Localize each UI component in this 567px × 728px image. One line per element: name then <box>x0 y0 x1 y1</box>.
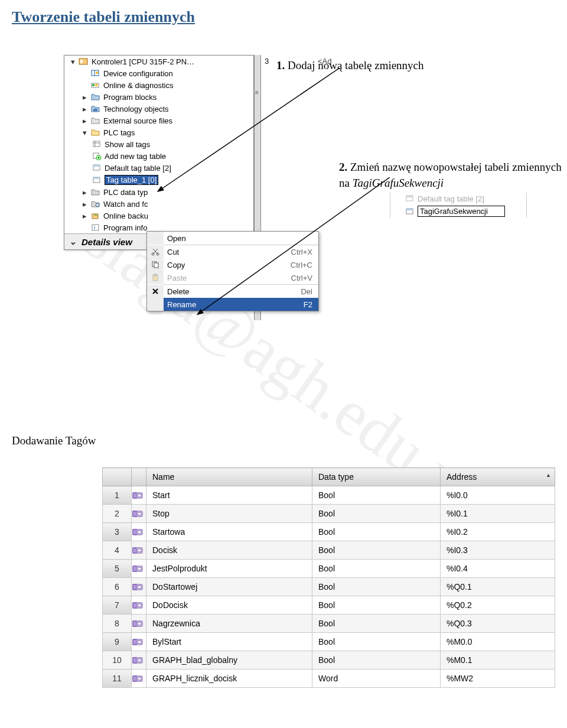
cell-address[interactable]: %I0.4 <box>440 560 555 578</box>
cell-datatype[interactable]: Bool <box>312 541 441 560</box>
table-row[interactable]: 7DoDociskBool%Q0.2 <box>103 596 555 615</box>
cell-name[interactable]: BylStart <box>146 633 312 651</box>
svg-rect-8 <box>93 109 97 111</box>
tree-item-ext-source[interactable]: ▸ External source files <box>64 115 253 126</box>
expand-arrow-icon[interactable]: ▸ <box>81 93 88 102</box>
cell-name[interactable]: DoDocisk <box>146 596 312 615</box>
table-row[interactable]: 9BylStartBool%M0.0 <box>103 633 555 651</box>
cell-address[interactable]: %MW2 <box>440 670 555 688</box>
row-number: 5 <box>103 560 132 578</box>
cell-datatype[interactable]: Bool <box>312 486 441 505</box>
tree-item-tech-objects[interactable]: ▸ Technology objects <box>64 103 253 115</box>
cell-name[interactable]: Start <box>146 486 312 505</box>
tag-table-icon <box>92 163 102 173</box>
cell-datatype[interactable]: Bool <box>312 615 441 633</box>
cell-datatype[interactable]: Bool <box>312 505 441 523</box>
cell-datatype[interactable]: Bool <box>312 523 441 541</box>
expand-arrow-icon[interactable]: ▸ <box>81 200 88 209</box>
menu-item-copy[interactable]: Copy Ctrl+C <box>147 258 318 271</box>
table-header-name[interactable]: Name <box>146 468 312 486</box>
cell-name[interactable]: Docisk <box>146 541 312 560</box>
add-icon <box>92 151 102 161</box>
tree-item-online-diag[interactable]: Online & diagnostics <box>64 79 253 91</box>
cell-address[interactable]: %I0.2 <box>440 523 555 541</box>
tree-item-default-tag-table[interactable]: Default tag table [2] <box>64 162 253 174</box>
cell-name[interactable]: Stop <box>146 505 312 523</box>
menu-label: Delete <box>164 285 275 298</box>
tree-item-add-new-tag-table[interactable]: Add new tag table <box>64 150 253 162</box>
device-config-icon <box>90 69 101 78</box>
table-header-icon[interactable] <box>132 468 146 486</box>
tree-item-plc-data-types[interactable]: ▸ PLC data typ <box>64 186 253 198</box>
table-row[interactable]: 11GRAPH_licznik_dociskWord%MW2 <box>103 670 555 688</box>
table-row[interactable]: 6DoStartowejBool%Q0.1 <box>103 578 555 596</box>
expand-arrow-icon[interactable]: ▸ <box>81 188 88 197</box>
table-row[interactable]: 3StartowaBool%I0.2 <box>103 523 555 541</box>
tree-item-selected-tag-table[interactable]: Tag table_1 [0] <box>64 174 253 186</box>
tree-item-editing[interactable] <box>390 204 526 218</box>
cell-address[interactable]: %Q0.1 <box>440 578 555 596</box>
cell-datatype[interactable]: Bool <box>312 596 441 615</box>
tree-root[interactable]: ▾ Kontroler1 [CPU 315F-2 PN… <box>64 56 253 67</box>
row-number: 2 <box>103 505 132 523</box>
menu-item-open[interactable]: Open <box>147 232 318 245</box>
tree-item-show-all-tags[interactable]: Show all tags <box>64 138 253 150</box>
cell-datatype[interactable]: Bool <box>312 633 441 651</box>
svg-rect-54 <box>133 584 136 590</box>
tree-item-program-blocks[interactable]: ▸ Program blocks <box>64 91 253 103</box>
chevron-down-icon[interactable]: ⌄ <box>69 236 77 247</box>
cell-datatype[interactable]: Bool <box>312 578 441 596</box>
tree-item-default-tag-table[interactable]: Default tag table [2] <box>390 193 526 204</box>
tag-icon <box>132 596 146 615</box>
svg-rect-66 <box>133 658 136 663</box>
tag-table: Name Data type Address▴ 1StartBool%I0.02… <box>102 467 555 688</box>
expand-arrow-icon[interactable]: ▸ <box>81 105 88 113</box>
cell-address[interactable]: %I0.1 <box>440 505 555 523</box>
cell-address[interactable]: %Q0.3 <box>440 615 555 633</box>
cell-datatype[interactable]: Bool <box>312 560 441 578</box>
menu-label: Paste <box>164 271 275 284</box>
cell-address[interactable]: %M0.0 <box>440 633 555 651</box>
tree-item-online-backup[interactable]: ▸ Online backu <box>64 210 253 222</box>
step1-number: 1. <box>276 59 285 72</box>
table-row[interactable]: 8NagrzewnicaBool%Q0.3 <box>103 615 555 633</box>
tag-icon <box>132 578 146 596</box>
cell-name[interactable]: Startowa <box>146 523 312 541</box>
cell-name[interactable]: Nagrzewnica <box>146 615 312 633</box>
sort-asc-icon[interactable]: ▴ <box>547 472 550 478</box>
cell-name[interactable]: JestPolprodukt <box>146 560 312 578</box>
table-row[interactable]: 5JestPolproduktBool%I0.4 <box>103 560 555 578</box>
cell-address[interactable]: %I0.0 <box>440 486 555 505</box>
cell-address[interactable]: %I0.3 <box>440 541 555 560</box>
cell-datatype[interactable]: Bool <box>312 651 441 670</box>
tag-table-rename-input[interactable] <box>418 206 505 217</box>
table-row[interactable]: 1StartBool%I0.0 <box>103 486 555 505</box>
cell-address[interactable]: %M0.1 <box>440 651 555 670</box>
expand-arrow-icon[interactable]: ▸ <box>81 212 88 220</box>
tree-item-plc-tags[interactable]: ▾ PLC tags <box>64 126 253 138</box>
grid-row-number: 3 <box>265 57 269 66</box>
expand-arrow-icon[interactable]: ▸ <box>81 116 88 125</box>
table-row[interactable]: 10GRAPH_blad_globalnyBool%M0.1 <box>103 651 555 670</box>
tree-item-watch-force[interactable]: ▸ Watch and fc <box>64 198 253 210</box>
tree-item-device-config[interactable]: Device configuration <box>64 67 253 79</box>
cell-name[interactable]: DoStartowej <box>146 578 312 596</box>
cell-datatype[interactable]: Word <box>312 670 441 688</box>
collapse-arrow-icon[interactable]: ▾ <box>81 128 88 137</box>
cell-address[interactable]: %Q0.2 <box>440 596 555 615</box>
menu-item-rename[interactable]: Rename F2 <box>147 298 318 311</box>
table-header-rownum[interactable] <box>103 468 132 486</box>
table-row[interactable]: 2StopBool%I0.1 <box>103 505 555 523</box>
cell-name[interactable]: GRAPH_licznik_docisk <box>146 670 312 688</box>
table-header-address[interactable]: Address▴ <box>440 468 555 486</box>
menu-item-cut[interactable]: Cut Ctrl+X <box>147 245 318 258</box>
tree-item-label: PLC tags <box>103 128 135 137</box>
menu-icon-blank <box>147 298 164 311</box>
menu-item-paste: Paste Ctrl+V <box>147 271 318 284</box>
table-row[interactable]: 4DociskBool%I0.3 <box>103 541 555 560</box>
tag-table-name-editing[interactable]: Tag table_1 [0] <box>105 175 158 185</box>
table-header-type[interactable]: Data type <box>312 468 441 486</box>
cell-name[interactable]: GRAPH_blad_globalny <box>146 651 312 670</box>
menu-item-delete[interactable]: Delete Del <box>147 285 318 298</box>
collapse-arrow-icon[interactable]: ▾ <box>69 57 76 66</box>
